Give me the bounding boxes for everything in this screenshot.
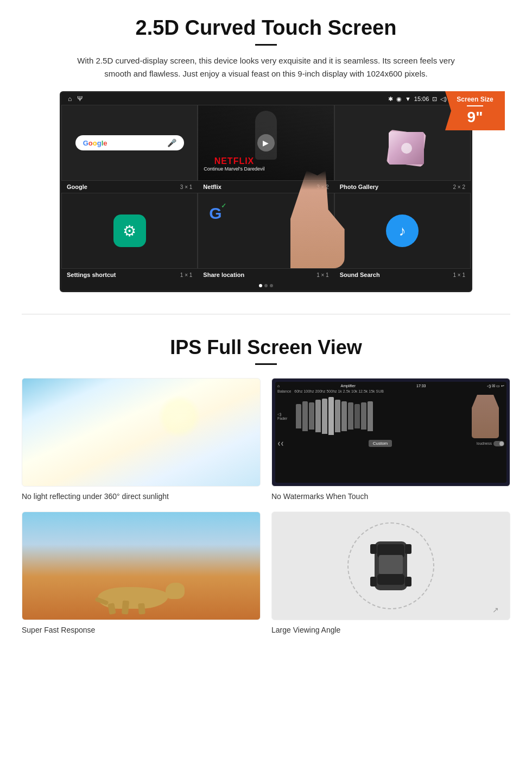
viewing-angle-circle — [347, 522, 434, 609]
usb-icon: Ψ — [77, 95, 83, 103]
amp-home-icon: ⌂ — [277, 384, 280, 388]
location-icon: ◉ — [396, 96, 402, 103]
amp-time: 17:33 — [416, 384, 426, 388]
gallery-app-label: Photo Gallery 2 × 2 — [334, 181, 471, 193]
badge-divider — [467, 105, 483, 106]
google-app-cell[interactable]: Google 🎤 — [61, 105, 198, 181]
settings-icon-wrap: ⚙ — [113, 215, 146, 247]
share-app-label: Share location 1 × 1 — [198, 269, 334, 281]
feature-sunlight: No light reflecting under 360° direct su… — [22, 378, 261, 501]
amp-status-bar: ⌂ Amplifier 17:33 ◁) ☒ ▭ ↩ — [277, 384, 504, 388]
settings-app-label: Settings shortcut 1 × 1 — [61, 269, 198, 281]
status-bar: ⌂ Ψ ✱ ◉ ▼ 15:06 ⊡ ◁) ☒ ▭ — [61, 93, 471, 105]
amp-preset[interactable]: Custom — [369, 440, 392, 447]
feature-car: ↗ Large Viewing Angle — [271, 512, 510, 634]
share-app-size: 1 × 1 — [316, 272, 329, 278]
amplifier-label: No Watermarks When Touch — [271, 492, 510, 501]
section-curved-touch: 2.5D Curved Touch Screen With 2.5D curve… — [0, 0, 532, 303]
svg-rect-5 — [405, 544, 411, 554]
netflix-app-name: Netflix — [203, 184, 221, 190]
google-search-bar[interactable]: Google 🎤 — [75, 135, 184, 150]
camera-icon: ⊡ — [432, 96, 437, 103]
page-divider — [22, 314, 510, 314]
cheetah-image — [22, 512, 261, 620]
share-app-name: Share location — [203, 272, 244, 278]
bluetooth-icon: ✱ — [388, 96, 393, 103]
gallery-app-size: 2 × 2 — [453, 184, 465, 190]
sound-app-size: 1 × 1 — [453, 272, 465, 278]
amplifier-image: ⌂ Amplifier 17:33 ◁) ☒ ▭ ↩ Balance 60hz … — [271, 378, 510, 487]
sound-app-label: Sound Search 1 × 1 — [334, 269, 471, 281]
wifi-icon: ▼ — [405, 96, 411, 102]
time-display: 15:06 — [414, 96, 429, 102]
music-note-icon: ♪ — [399, 223, 406, 239]
amp-screen: ⌂ Amplifier 17:33 ◁) ☒ ▭ ↩ Balance 60hz … — [275, 382, 506, 483]
svg-rect-3 — [379, 555, 403, 574]
volume-icon: ◁) — [440, 96, 447, 103]
section-ips: IPS Full Screen View No light reflecting… — [0, 325, 532, 651]
share-app-container: G ✓ Share location 1 × 1 — [198, 193, 334, 281]
angle-arrow: ↗ — [492, 605, 499, 614]
settings-gear-icon: ⚙ — [123, 222, 136, 240]
sound-app-name: Sound Search — [340, 272, 380, 278]
svg-rect-4 — [370, 544, 377, 554]
feature-amplifier: ⌂ Amplifier 17:33 ◁) ☒ ▭ ↩ Balance 60hz … — [271, 378, 510, 501]
device-frame: ⌂ Ψ ✱ ◉ ▼ 15:06 ⊡ ◁) ☒ ▭ — [60, 91, 472, 292]
music-icon-wrap: ♪ — [386, 215, 419, 247]
amp-title: Amplifier — [341, 384, 356, 388]
cheetah-label: Super Fast Response — [22, 626, 261, 634]
car-top-view-svg — [369, 531, 413, 601]
nav-dot-2 — [264, 284, 268, 287]
section1-title: 2.5D Curved Touch Screen — [33, 16, 499, 40]
section2-title: IPS Full Screen View — [22, 336, 510, 359]
share-app-cell[interactable]: G ✓ — [198, 193, 334, 269]
amp-fader: Fader — [277, 417, 294, 420]
sunlight-label: No light reflecting under 360° direct su… — [22, 492, 261, 501]
nav-dot-1 — [259, 284, 262, 287]
gallery-app-name: Photo Gallery — [340, 184, 379, 190]
google-app-name: Google — [67, 184, 87, 190]
device-frame-wrap: Screen Size 9" ⌂ Ψ ✱ ◉ ▼ 15:06 ⊡ — [60, 91, 472, 292]
amp-freq-labels: 60hz 100hz 200hz 500hz 1k 2.5k 10k 12.5k… — [294, 389, 384, 393]
badge-label: Screen Size — [448, 96, 502, 103]
google-app-container: Google 🎤 Google 3 × 1 — [61, 105, 198, 193]
google-app-size: 3 × 1 — [180, 184, 193, 190]
car-label: Large Viewing Angle — [271, 626, 510, 634]
netflix-subtitle: Continue Marvel's Daredevil — [204, 166, 264, 172]
nav-dots — [61, 281, 471, 291]
amp-icons: ◁) ☒ ▭ ↩ — [487, 384, 504, 388]
settings-app-size: 1 × 1 — [180, 272, 193, 278]
cheetah-shape — [92, 571, 190, 614]
nav-dot-3 — [270, 284, 273, 287]
google-logo: Google — [83, 139, 107, 147]
sunlight-image — [22, 378, 261, 487]
amp-balance: Balance — [277, 389, 291, 393]
badge-size: 9" — [448, 109, 502, 126]
home-icon: ⌂ — [68, 95, 72, 103]
svg-rect-2 — [377, 574, 404, 585]
settings-app-cell[interactable]: ⚙ — [61, 193, 198, 269]
app-grid-bottom: ⚙ Settings shortcut 1 × 1 — [61, 193, 471, 281]
section1-description: With 2.5D curved-display screen, this de… — [76, 54, 456, 80]
netflix-app-cell[interactable]: ▶ NETFLIX Continue Marvel's Daredevil — [198, 105, 334, 181]
screen-size-badge: Screen Size 9" — [445, 91, 505, 130]
feature-grid: No light reflecting under 360° direct su… — [22, 378, 510, 634]
app-grid: Google 🎤 Google 3 × 1 — [61, 105, 471, 193]
mic-icon[interactable]: 🎤 — [167, 138, 176, 147]
sound-app-cell[interactable]: ♪ — [334, 193, 471, 269]
settings-app-name: Settings shortcut — [67, 272, 116, 278]
section1-divider — [255, 44, 277, 46]
google-app-label: Google 3 × 1 — [61, 181, 198, 193]
amp-loudness-label: loudness — [477, 441, 492, 445]
sound-app-container: ♪ Sound Search 1 × 1 — [334, 193, 471, 281]
amp-back-icon: ❮❮ — [277, 441, 284, 446]
amp-loudness-toggle[interactable] — [493, 441, 504, 446]
feature-cheetah: Super Fast Response — [22, 512, 261, 634]
svg-rect-7 — [405, 577, 411, 586]
svg-rect-6 — [370, 577, 377, 586]
section2-divider — [255, 363, 277, 365]
device-container: Screen Size 9" ⌂ Ψ ✱ ◉ ▼ 15:06 ⊡ — [33, 91, 499, 292]
netflix-play-button[interactable]: ▶ — [257, 134, 275, 152]
status-left: ⌂ Ψ — [68, 95, 83, 103]
settings-app-container: ⚙ Settings shortcut 1 × 1 — [61, 193, 198, 281]
